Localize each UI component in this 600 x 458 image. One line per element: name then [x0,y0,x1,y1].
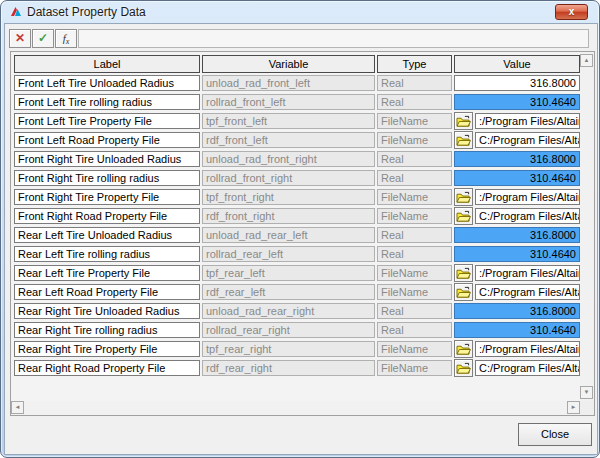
folder-open-icon [456,115,471,128]
type-field: FileName [377,360,452,376]
value-field[interactable]: 310.4640 [454,246,580,262]
expression-input[interactable] [78,29,589,48]
table-row: Front Right Tire Unloaded Radius unload_… [11,150,594,169]
header-type: Type [377,55,452,73]
variable-field: rdf_rear_left [202,284,375,300]
label-field[interactable]: Front Right Tire Property File [14,189,200,205]
file-path-field[interactable]: :/Program Files/Altair/1 [475,265,580,281]
variable-field: rollrad_rear_left [202,246,375,262]
file-path-field[interactable]: C:/Program Files/Altair [475,360,580,376]
dataset-property-dialog: Dataset Property Data x ✕ ✓ fx Label Var… [0,0,600,458]
fx-expression-button[interactable]: fx [55,29,77,48]
delete-expression-button[interactable]: ✕ [9,29,31,48]
table-row: Rear Right Tire Unloaded Radius unload_r… [11,302,594,321]
table-row: Front Right Road Property File rdf_front… [11,207,594,226]
type-field: FileName [377,284,452,300]
variable-field: unload_rad_front_right [202,151,375,167]
browse-file-button[interactable] [454,207,473,225]
value-field[interactable]: 316.8000 [454,303,580,319]
scroll-left-icon[interactable]: ◄ [11,401,24,414]
table-row: Front Left Road Property File rdf_front_… [11,131,594,150]
label-field[interactable]: Rear Right Tire Unloaded Radius [14,303,200,319]
vertical-scrollbar[interactable]: ▲ ▼ [580,52,594,401]
label-field[interactable]: Rear Left Tire rolling radius [14,246,200,262]
type-field: Real [377,151,452,167]
scroll-down-icon[interactable]: ▼ [580,386,593,399]
table-row: Rear Left Tire Unloaded Radius unload_ra… [11,226,594,245]
value-field[interactable]: 310.4640 [454,170,580,186]
variable-field: rdf_rear_right [202,360,375,376]
label-field[interactable]: Rear Right Tire rolling radius [14,322,200,338]
folder-open-icon [456,267,471,280]
altair-logo-icon [9,5,23,19]
title-bar[interactable]: Dataset Property Data x [1,1,600,23]
header-value: Value [454,55,580,73]
variable-field: rdf_front_right [202,208,375,224]
horizontal-scrollbar[interactable]: ◄ ► [11,401,580,415]
browse-file-button[interactable] [454,359,473,377]
file-path-field[interactable]: :/Program Files/Altair/1 [475,341,580,357]
folder-open-icon [456,210,471,223]
value-field[interactable]: 310.4640 [454,94,580,110]
type-field: FileName [377,189,452,205]
accept-expression-button[interactable]: ✓ [32,29,54,48]
type-field: Real [377,303,452,319]
label-field[interactable]: Rear Left Road Property File [14,284,200,300]
folder-open-icon [456,343,471,356]
browse-file-button[interactable] [454,283,473,301]
table-row: Rear Left Road Property File rdf_rear_le… [11,283,594,302]
table-row: Front Left Tire Unloaded Radius unload_r… [11,74,594,93]
variable-field: unload_rad_rear_right [202,303,375,319]
folder-open-icon [456,134,471,147]
variable-field: tpf_front_left [202,113,375,129]
type-field: FileName [377,208,452,224]
variable-field: rollrad_front_left [202,94,375,110]
type-field: Real [377,227,452,243]
value-field[interactable]: 316.8000 [454,151,580,167]
folder-open-icon [456,191,471,204]
label-field[interactable]: Front Right Road Property File [14,208,200,224]
variable-field: rdf_front_left [202,132,375,148]
table-row: Front Left Tire rolling radius rollrad_f… [11,93,594,112]
variable-field: unload_rad_front_left [202,75,375,91]
browse-file-button[interactable] [454,131,473,149]
type-field: Real [377,75,452,91]
file-path-field[interactable]: C:/Program Files/Altair [475,284,580,300]
dialog-client-area: ✕ ✓ fx Label Variable Type Value Front L… [4,23,598,455]
scroll-right-icon[interactable]: ► [567,401,580,414]
table-row: Front Left Tire Property File tpf_front_… [11,112,594,131]
browse-file-button[interactable] [454,264,473,282]
file-path-field[interactable]: :/Program Files/Altair/1 [475,113,580,129]
file-path-field[interactable]: :/Program Files/Altair/1 [475,189,580,205]
file-path-field[interactable]: C:/Program Files/Altair [475,208,580,224]
browse-file-button[interactable] [454,188,473,206]
property-table: Label Variable Type Value Front Left Tir… [10,51,595,416]
scroll-up-icon[interactable]: ▲ [580,54,593,67]
browse-file-button[interactable] [454,112,473,130]
variable-field: tpf_front_right [202,189,375,205]
browse-file-button[interactable] [454,340,473,358]
variable-field: rollrad_front_right [202,170,375,186]
header-label: Label [14,55,200,73]
scrollbar-corner [580,401,594,415]
type-field: Real [377,246,452,262]
label-field[interactable]: Rear Left Tire Property File [14,265,200,281]
label-field[interactable]: Front Right Tire Unloaded Radius [14,151,200,167]
table-row: Rear Right Tire rolling radius rollrad_r… [11,321,594,340]
file-path-field[interactable]: C:/Program Files/Altair [475,132,580,148]
label-field[interactable]: Front Left Tire rolling radius [14,94,200,110]
label-field[interactable]: Rear Right Road Property File [14,360,200,376]
label-field[interactable]: Front Right Tire rolling radius [14,170,200,186]
value-field[interactable]: 316.8000 [454,227,580,243]
table-row: Rear Left Tire rolling radius rollrad_re… [11,245,594,264]
label-field[interactable]: Rear Right Tire Property File [14,341,200,357]
close-button[interactable]: Close [518,423,592,446]
label-field[interactable]: Front Left Tire Property File [14,113,200,129]
window-close-icon[interactable]: x [555,4,588,20]
table-row: Rear Right Road Property File rdf_rear_r… [11,359,594,378]
label-field[interactable]: Front Left Road Property File [14,132,200,148]
label-field[interactable]: Rear Left Tire Unloaded Radius [14,227,200,243]
value-field[interactable]: 316.8000 [454,75,580,91]
label-field[interactable]: Front Left Tire Unloaded Radius [14,75,200,91]
value-field[interactable]: 310.4640 [454,322,580,338]
